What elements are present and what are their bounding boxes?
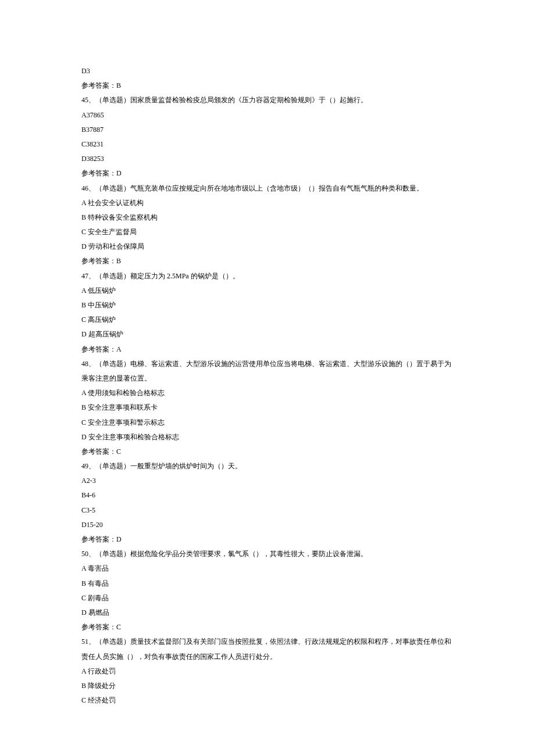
question-line: 51、（单选题）质量技术监督部门及有关部门应当按照批复，依照法律、行政法规规定的… <box>81 635 454 664</box>
answer-line: 参考答案：C <box>81 445 454 459</box>
option-line: A37865 <box>81 108 454 123</box>
question-line: 47、（单选题）额定压力为 2.5MPa 的锅炉是（）。 <box>81 269 454 284</box>
option-line: D38253 <box>81 152 454 166</box>
option-line: B 安全注意事项和联系卡 <box>81 400 454 415</box>
option-line: B 有毒品 <box>81 576 454 591</box>
option-line: C 高压锅炉 <box>81 313 454 327</box>
answer-line: 参考答案：C <box>81 620 454 635</box>
option-line: A 社会安全认证机构 <box>81 196 454 210</box>
option-line: B37887 <box>81 123 454 137</box>
option-line: A 低压锅炉 <box>81 284 454 298</box>
option-line: C 安全生产监督局 <box>81 225 454 239</box>
option-line: A 使用须知和检验合格标志 <box>81 386 454 400</box>
question-line: 46、（单选题）气瓶充装单位应按规定向所在地地市级以上（含地市级）（）报告自有气… <box>81 181 454 196</box>
question-line: 48、（单选题）电梯、客运索道、大型游乐设施的运营使用单位应当将电梯、客运索道、… <box>81 357 454 386</box>
option-line: D15-20 <box>81 518 454 532</box>
option-line: C 剧毒品 <box>81 591 454 605</box>
option-line: A2-3 <box>81 474 454 488</box>
option-line: D 劳动和社会保障局 <box>81 239 454 254</box>
answer-line: 参考答案：D <box>81 166 454 181</box>
option-line: D 安全注意事项和检验合格标志 <box>81 430 454 445</box>
answer-line: 参考答案：B <box>81 254 454 268</box>
option-line: C38231 <box>81 137 454 152</box>
option-line: C 经济处罚 <box>81 693 454 708</box>
answer-line: 参考答案：D <box>81 532 454 547</box>
option-line: C 安全注意事项和警示标志 <box>81 415 454 430</box>
document-page: D3 参考答案：B 45、（单选题）国家质量监督检验检疫总局颁发的《压力容器定期… <box>0 0 535 756</box>
question-line: 50、（单选题）根据危险化学品分类管理要求，氯气系（），其毒性很大，要防止设备泄… <box>81 547 454 561</box>
question-line: 49、（单选题）一般重型炉墙的烘炉时间为（）天。 <box>81 459 454 474</box>
option-line: C3-5 <box>81 503 454 518</box>
option-line: B 降级处分 <box>81 679 454 693</box>
option-line: D 超高压锅炉 <box>81 327 454 342</box>
text-line: D3 <box>81 64 454 78</box>
option-line: D 易燃品 <box>81 605 454 620</box>
answer-line: 参考答案：A <box>81 342 454 357</box>
option-line: B4-6 <box>81 488 454 503</box>
option-line: B 中压锅炉 <box>81 298 454 313</box>
option-line: A 毒害品 <box>81 561 454 576</box>
option-line: A 行政处罚 <box>81 664 454 679</box>
question-line: 45、（单选题）国家质量监督检验检疫总局颁发的《压力容器定期检验规则》于（）起施… <box>81 93 454 108</box>
option-line: B 特种设备安全监察机构 <box>81 210 454 225</box>
answer-line: 参考答案：B <box>81 78 454 93</box>
